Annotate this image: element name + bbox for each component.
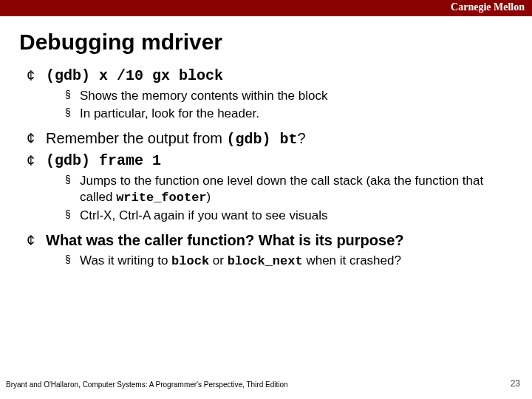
bullet-item: ¢ What was the caller function? What is … xyxy=(27,231,505,250)
bullet-text: What was the caller function? What is it… xyxy=(46,231,505,250)
sub-bullet-icon: § xyxy=(65,106,80,120)
bullet-item: ¢ (gdb) frame 1 xyxy=(27,151,505,170)
bullet-text: Remember the output from (gdb) bt? xyxy=(46,129,505,149)
sub-item: § Was it writing to block or block_next … xyxy=(65,253,505,270)
sub-bullet-icon: § xyxy=(65,173,80,188)
bullet-icon: ¢ xyxy=(27,231,46,249)
sub-text: In particular, look for the header. xyxy=(80,106,505,122)
sub-bullet-icon: § xyxy=(65,88,80,103)
sub-list: § Was it writing to block or block_next … xyxy=(27,253,505,270)
sub-list: § Shows the memory contents within the b… xyxy=(27,88,505,122)
sub-item: § Ctrl-X, Ctrl-A again if you want to se… xyxy=(65,208,505,224)
sub-text: Ctrl-X, Ctrl-A again if you want to see … xyxy=(80,208,505,224)
sub-item: § Jumps to the function one level down t… xyxy=(65,173,505,206)
bullet-text: (gdb) frame 1 xyxy=(46,151,505,170)
slide-content: ¢ (gdb) x /10 gx block § Shows the memor… xyxy=(0,66,532,270)
bullet-text: (gdb) x /10 gx block xyxy=(46,66,505,85)
sub-text: Jumps to the function one level down the… xyxy=(80,173,505,206)
sub-bullet-icon: § xyxy=(65,253,80,267)
footer-text: Bryant and O'Hallaron, Computer Systems:… xyxy=(6,381,288,389)
brand-bar: Carnegie Mellon xyxy=(0,0,532,16)
sub-list: § Jumps to the function one level down t… xyxy=(27,173,505,224)
page-number: 23 xyxy=(511,378,520,389)
sub-item: § Shows the memory contents within the b… xyxy=(65,88,505,104)
bullet-icon: ¢ xyxy=(27,151,46,169)
bullet-item: ¢ Remember the output from (gdb) bt? xyxy=(27,129,505,149)
sub-item: § In particular, look for the header. xyxy=(65,106,505,122)
bullet-item: ¢ (gdb) x /10 gx block xyxy=(27,66,505,85)
sub-bullet-icon: § xyxy=(65,208,80,222)
bullet-icon: ¢ xyxy=(27,66,46,84)
sub-text: Shows the memory contents within the blo… xyxy=(80,88,505,104)
slide-title: Debugging mdriver xyxy=(0,16,532,66)
bullet-icon: ¢ xyxy=(27,129,46,147)
brand-text: Carnegie Mellon xyxy=(451,1,525,13)
sub-text: Was it writing to block or block_next wh… xyxy=(80,253,505,270)
